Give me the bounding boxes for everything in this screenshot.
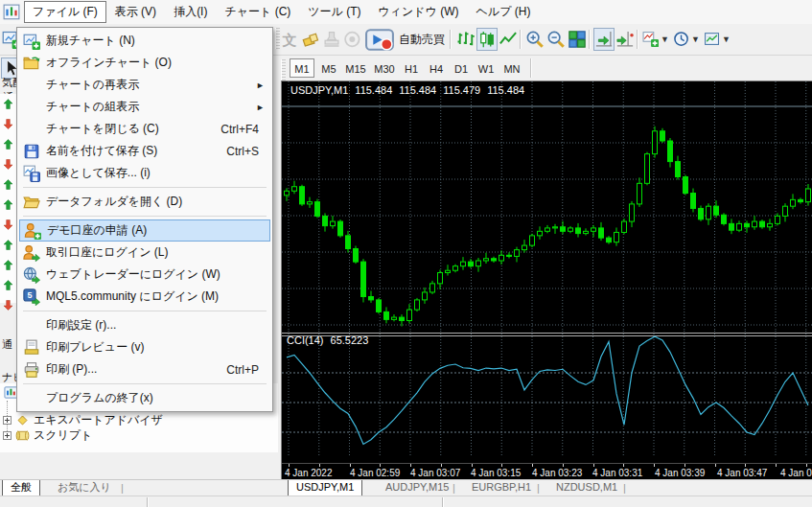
time-tick — [380, 464, 381, 467]
file-menu-item-17[interactable]: 印刷プレビュー (v) — [19, 336, 270, 358]
file-menu-item-2[interactable]: オフラインチャート (O) — [19, 52, 270, 74]
save-image-icon — [23, 165, 40, 182]
file-menu-item-18[interactable]: 印刷 (P)...Ctrl+P — [19, 358, 270, 380]
menubar-item-1[interactable]: ファイル (F) — [24, 1, 106, 23]
file-menu-item-16[interactable]: 印刷設定 (r)... — [19, 314, 270, 336]
tree-expand-icon[interactable] — [3, 431, 12, 440]
tile-windows-icon — [568, 30, 587, 49]
timeframe-h4-button[interactable]: H4 — [425, 58, 448, 78]
candle — [806, 189, 811, 202]
no-icon — [23, 99, 40, 116]
periods-button[interactable]: ▼ — [672, 28, 701, 51]
tab-divider: | — [121, 482, 124, 494]
file-menu-item-5[interactable]: チャートを閉じる (C)Ctrl+F4 — [19, 118, 270, 140]
candle — [684, 177, 688, 194]
delete-object-button[interactable] — [300, 28, 321, 51]
menu-item-label: ウェブトレーダーにログイン (W) — [46, 266, 270, 283]
navigator-item-1[interactable]: エキスパートアドバイザ — [3, 412, 271, 427]
candle-chart-mode-button[interactable] — [476, 28, 498, 51]
toolbar-grip[interactable] — [281, 59, 286, 81]
timeframe-h1-button[interactable]: H1 — [400, 58, 423, 78]
candle — [753, 221, 757, 227]
templates-button[interactable]: ▼ — [703, 28, 731, 51]
tree-expand-icon[interactable] — [3, 416, 12, 425]
bottom-tab-row: 全般お気に入り|USDJPY,M1AUDJPY,M15EURGBP,H1NZDU… — [0, 479, 812, 496]
time-tick — [410, 464, 411, 467]
candle — [568, 228, 573, 231]
toolbox-tab-2[interactable]: お気に入り — [50, 480, 119, 495]
file-menu-item-9[interactable]: データフォルダを開く (D) — [19, 191, 270, 213]
file-menu-item-4[interactable]: チャートの組表示► — [19, 96, 270, 118]
indicators-list-button[interactable]: ▼ — [641, 28, 670, 51]
timeframe-d1-button[interactable]: D1 — [450, 58, 473, 78]
menubar-item-2[interactable]: 表示 (V) — [106, 1, 165, 23]
menubar-item-7[interactable]: ヘルプ (H) — [468, 1, 540, 23]
toolbox-tab-1[interactable]: 全般 — [2, 480, 40, 496]
periods-icon — [673, 31, 689, 47]
file-menu-item-12[interactable]: 取引口座にログイン (L) — [19, 242, 270, 264]
file-menu-item-3[interactable]: チャートの再表示► — [19, 74, 270, 96]
dropdown-caret-icon[interactable]: ▼ — [661, 35, 669, 44]
chart-window[interactable]: USDJPY,M1115.484115.484115.479115.484 CC… — [281, 81, 812, 479]
file-menu-item-13[interactable]: ウェブトレーダーにログイン (W) — [19, 264, 270, 286]
candle — [369, 297, 374, 300]
chart-tab-1[interactable]: USDJPY,M1 — [288, 480, 362, 496]
market-watch-tab[interactable]: 通 — [2, 337, 16, 352]
chart-high: 115.484 — [399, 84, 436, 96]
chart-shift-button[interactable] — [615, 28, 636, 51]
zoom-out-button[interactable] — [545, 28, 567, 51]
menubar-item-3[interactable]: 挿入(I) — [165, 1, 216, 23]
cci-indicator-chart[interactable] — [282, 331, 812, 455]
file-menu-item-7[interactable]: 画像として保存... (i) — [19, 162, 270, 184]
candle — [446, 270, 451, 272]
text-label-button[interactable]: 文 — [279, 28, 300, 51]
menu-shortcut: Ctrl+P — [226, 363, 259, 377]
candlestick-chart[interactable] — [282, 81, 812, 331]
news-button[interactable] — [342, 28, 363, 51]
tab-divider: | — [623, 482, 626, 494]
file-menu-item-20[interactable]: プログラムの終了(x) — [19, 387, 270, 409]
autotrade-button[interactable]: 自動売買 — [363, 28, 446, 51]
bar-chart-mode-button[interactable] — [455, 28, 476, 51]
file-menu-item-6[interactable]: 名前を付けて保存 (S)Ctrl+S — [19, 140, 270, 162]
file-menu-item-11[interactable]: デモ口座の申請 (A) — [19, 219, 270, 242]
candle — [799, 199, 803, 201]
candle — [607, 238, 612, 242]
timeframe-mn-button[interactable]: MN — [499, 58, 524, 78]
menubar-item-5[interactable]: ツール (T) — [299, 1, 369, 23]
candle — [461, 262, 466, 266]
timeframe-w1-button[interactable]: W1 — [475, 58, 498, 78]
time-tick — [715, 464, 716, 467]
auto-scroll-button[interactable] — [593, 28, 615, 51]
timeframe-m15-button[interactable]: M15 — [342, 58, 369, 78]
timeframe-m30-button[interactable]: M30 — [371, 58, 398, 78]
zoom-in-button[interactable] — [524, 28, 545, 51]
dropdown-caret-icon[interactable]: ▼ — [722, 35, 731, 44]
tile-windows-button[interactable] — [567, 28, 588, 51]
chart-tab-3[interactable]: EURGBP,H1 — [464, 480, 539, 495]
user-login-icon — [23, 244, 40, 262]
menu-item-label: チャートの組表示 — [46, 99, 256, 115]
line-chart-mode-button[interactable] — [498, 28, 519, 51]
order-stamp-button[interactable] — [321, 28, 342, 51]
menubar-item-4[interactable]: チャート (C) — [216, 1, 299, 23]
time-label: 4 Jan 03:23 — [532, 468, 582, 478]
navigator-item-2[interactable]: スクリプト — [3, 427, 271, 443]
menubar-item-6[interactable]: ウィンドウ (W) — [370, 1, 468, 23]
candle — [384, 311, 389, 319]
market-watch-title: 気配 — [2, 76, 16, 90]
time-tick — [563, 464, 564, 467]
timeframe-m1-button[interactable]: M1 — [290, 58, 314, 78]
no-icon — [23, 317, 40, 334]
chart-tab-2[interactable]: AUDJPY,M15 — [378, 480, 456, 495]
file-menu-item-14[interactable]: 5MQL5.community にログイン (M) — [19, 286, 270, 308]
dropdown-caret-icon[interactable]: ▼ — [691, 35, 700, 44]
chart-tab-4[interactable]: NZDUSD,M1 — [548, 480, 625, 495]
candle — [661, 131, 665, 141]
candle — [285, 191, 290, 196]
price-tick-up-icon — [3, 179, 13, 190]
candle — [361, 262, 366, 296]
timeframe-m5-button[interactable]: M5 — [317, 58, 340, 78]
file-menu-item-1[interactable]: 新規チャート (N) — [19, 30, 270, 52]
candle — [760, 221, 765, 227]
